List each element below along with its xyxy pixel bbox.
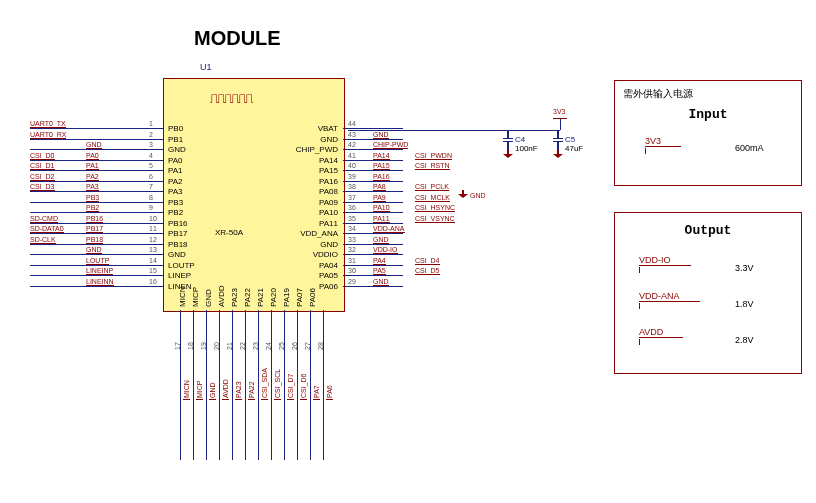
net-label: GND <box>373 131 389 139</box>
wire <box>343 254 403 255</box>
pin-number: 30 <box>348 267 356 274</box>
gnd-label: GND <box>470 192 486 199</box>
wire <box>343 233 403 234</box>
input-title: Input <box>615 107 801 122</box>
net-label: CSI_D4 <box>415 257 440 265</box>
net-label: PA15 <box>373 162 390 170</box>
pin-number: 29 <box>348 278 356 285</box>
cap-c4 <box>503 130 513 150</box>
net-label: CSI_D1 <box>30 162 55 170</box>
pin-number: 42 <box>348 141 356 148</box>
wire <box>30 254 163 255</box>
net-label: VDD-ANA <box>373 225 405 233</box>
pin-number: 15 <box>149 267 157 274</box>
net-label: PA1 <box>86 162 99 170</box>
pin-number: 3 <box>149 141 153 148</box>
pin-name: PA19 <box>282 288 291 307</box>
pin-name: PA15 <box>319 166 338 175</box>
net-label: CSI_D5 <box>415 267 440 275</box>
wire <box>30 202 163 203</box>
wire <box>30 212 163 213</box>
net-label: PA16 <box>373 173 390 181</box>
net-label: CSI_SDA <box>261 368 268 400</box>
pin-name: PB3 <box>168 198 183 207</box>
pin-name: PA05 <box>319 271 338 280</box>
net-label: UART0_RX <box>30 131 66 139</box>
wire <box>180 310 181 460</box>
net-label: CSI_PCLK <box>415 183 449 191</box>
pin-name: PA09 <box>319 198 338 207</box>
net-label: CSI_MCLK <box>415 194 450 202</box>
wire <box>343 286 403 287</box>
wire <box>193 310 194 460</box>
wire <box>284 310 285 460</box>
wire <box>271 310 272 460</box>
net-label: PA23 <box>235 381 242 400</box>
pin-number: 43 <box>348 131 356 138</box>
net-label: PB2 <box>86 204 99 212</box>
wire <box>343 244 403 245</box>
pin-number: 5 <box>149 162 153 169</box>
pin-number: 31 <box>348 257 356 264</box>
antenna-symbol: ⎍⎍⎍⎍⎍⎍ <box>210 90 252 106</box>
pin-name: PA0 <box>168 156 183 165</box>
pin-number: 16 <box>149 278 157 285</box>
pin-name: GND <box>204 289 213 307</box>
pin-name: GND <box>320 135 338 144</box>
net-label: VDD-IO <box>373 246 398 254</box>
pin-number: 44 <box>348 120 356 127</box>
net-label: PA0 <box>86 152 99 160</box>
pin-name: VDDIO <box>313 250 338 259</box>
refdes: U1 <box>200 62 212 72</box>
pin-number: 1 <box>149 120 153 127</box>
net-label: CSI_D2 <box>30 173 55 181</box>
pin-name: PA16 <box>319 177 338 186</box>
pin-number: 34 <box>348 225 356 232</box>
wire <box>30 191 163 192</box>
pin-name: PB2 <box>168 208 183 217</box>
pin-name: PA1 <box>168 166 183 175</box>
wire <box>30 160 163 161</box>
pin-name: PA23 <box>230 288 239 307</box>
output-net: VDD-IO <box>639 255 691 266</box>
pin-name: LOUTP <box>168 261 195 270</box>
net-label: GND <box>373 236 389 244</box>
cap-ref: C5 <box>565 135 575 144</box>
net-label: PA7 <box>313 385 320 400</box>
net-label: PB17 <box>86 225 103 233</box>
net-label: PA22 <box>248 381 255 400</box>
wire <box>30 149 163 150</box>
pin-name: GND <box>320 240 338 249</box>
wire <box>348 130 560 131</box>
wire <box>343 160 403 161</box>
schematic-title: MODULE <box>194 27 281 50</box>
pin-name: PA10 <box>319 208 338 217</box>
cap-val: 100nF <box>515 144 538 153</box>
pin-number: 9 <box>149 204 153 211</box>
pin-name: MICN <box>178 287 187 307</box>
net-label: PA14 <box>373 152 390 160</box>
input-net: 3V3 <box>645 136 681 147</box>
pin-name: PA08 <box>319 187 338 196</box>
pin-name: PB16 <box>168 219 188 228</box>
chip-name: XR-50A <box>215 228 243 237</box>
input-header: 需外供输入电源 <box>623 87 693 101</box>
input-val: 600mA <box>735 143 764 153</box>
pin-name: PA20 <box>269 288 278 307</box>
pin-number: 35 <box>348 215 356 222</box>
net-label: CHIP-PWD <box>373 141 408 149</box>
pin-name: PB0 <box>168 124 183 133</box>
input-box: 需外供输入电源 Input 3V3 600mA <box>614 80 802 186</box>
pin-name: PB17 <box>168 229 188 238</box>
net-label: PA9 <box>373 194 386 202</box>
pin-name: AVDD <box>217 285 226 307</box>
wire <box>343 181 403 182</box>
pin-number: 37 <box>348 194 356 201</box>
gnd-icon <box>458 190 468 198</box>
net-label: CSI_SCL <box>274 369 281 400</box>
pin-name: PA21 <box>256 288 265 307</box>
cap-c5 <box>553 130 563 150</box>
net-label: PA5 <box>373 267 386 275</box>
wire <box>323 310 324 460</box>
wire <box>343 149 403 150</box>
